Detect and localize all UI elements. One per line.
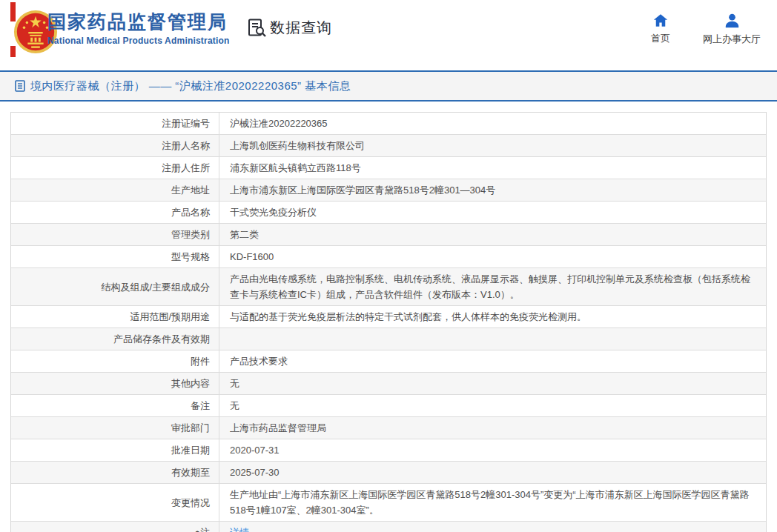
row-value: 2020-07-31 [219, 439, 766, 461]
row-value: 上海市药品监督管理局 [219, 417, 766, 439]
row-value: 产品由光电传感系统，电路控制系统、电机传动系统、液晶屏显示器、触摸屏、打印机控制… [219, 268, 766, 305]
table-row: ●注详情 [11, 522, 766, 532]
info-table: 注册证编号沪械注准20202220365注册人名称上海凯创医药生物科技有限公司注… [10, 112, 767, 532]
row-value: 详情 [219, 522, 766, 532]
table-row: 变更情况生产地址由“上海市浦东新区上海国际医学园区青黛路518号2幢301-30… [11, 484, 766, 522]
nav-item-service-hall[interactable]: 网上办事大厅 [703, 13, 761, 46]
row-value: 无 [219, 395, 766, 416]
table-row: 批准日期2020-07-31 [11, 439, 766, 462]
site-header: 国家药品监督管理局 National Medical Products Admi… [0, 0, 777, 70]
user-icon [724, 13, 740, 28]
row-value: KD-F1600 [219, 246, 766, 267]
row-label: 产品储存条件及有效期 [11, 328, 219, 350]
row-label: 备注 [11, 395, 219, 416]
spacer [0, 102, 777, 112]
table-row: 备注无 [11, 395, 766, 417]
document-icon [15, 80, 25, 92]
row-label: 批准日期 [11, 439, 219, 461]
row-label: 审批部门 [11, 417, 219, 439]
row-label: ●注 [11, 522, 219, 532]
detail-link[interactable]: 详情 [230, 525, 249, 532]
row-label: 附件 [11, 350, 219, 372]
nav-label: 网上办事大厅 [703, 33, 761, 46]
nav-item-home[interactable]: 首页 [651, 13, 670, 46]
row-label: 适用范围/预期用途 [11, 306, 219, 327]
row-value: 第二类 [219, 224, 766, 245]
table-row: 附件产品技术要求 [11, 350, 766, 373]
home-icon [653, 13, 668, 27]
row-value: 2025-07-30 [219, 462, 766, 483]
row-label: 有效期至 [11, 462, 219, 483]
breadcrumb: 境内医疗器械（注册） —— “沪械注准20202220365” 基本信息 [30, 79, 351, 93]
table-row: 产品名称干式荧光免疫分析仪 [11, 202, 766, 224]
table-row: 管理类别第二类 [11, 224, 766, 246]
table-row: 其他内容无 [11, 373, 766, 395]
row-value [219, 328, 766, 350]
data-query-section: 数据查询 [247, 18, 332, 38]
document-search-icon [247, 18, 267, 38]
row-label: 管理类别 [11, 224, 219, 245]
table-row: 审批部门上海市药品监督管理局 [11, 417, 766, 439]
table-row: 注册人名称上海凯创医药生物科技有限公司 [11, 135, 766, 157]
section-title: 数据查询 [270, 18, 332, 38]
row-label: 结构及组成/主要组成成分 [11, 268, 219, 305]
nav-label: 首页 [651, 32, 670, 45]
row-value: 产品技术要求 [219, 350, 766, 372]
table-row: 产品储存条件及有效期 [11, 328, 766, 350]
org-name-cn: 国家药品监督管理局 [47, 10, 230, 33]
row-label: 产品名称 [11, 202, 219, 223]
row-label: 变更情况 [11, 484, 219, 521]
row-value: 上海市浦东新区上海国际医学园区青黛路518号2幢301—304号 [219, 179, 766, 201]
row-value: 干式荧光免疫分析仪 [219, 202, 766, 223]
row-value: 浦东新区航头镇鹤立西路118号 [219, 157, 766, 179]
org-title-block: 国家药品监督管理局 National Medical Products Admi… [47, 10, 230, 46]
table-row: 结构及组成/主要组成成分产品由光电传感系统，电路控制系统、电机传动系统、液晶屏显… [11, 268, 766, 306]
table-row: 型号规格KD-F1600 [11, 246, 766, 268]
row-value: 无 [219, 373, 766, 394]
table-row: 注册人住所浦东新区航头镇鹤立西路118号 [11, 157, 766, 179]
row-label: 生产地址 [11, 179, 219, 201]
row-value: 生产地址由“上海市浦东新区上海国际医学园区青黛路518号2幢301-304号”变… [219, 484, 766, 521]
org-name-en: National Medical Products Administration [47, 36, 230, 46]
row-value: 上海凯创医药生物科技有限公司 [219, 135, 766, 156]
header-nav: 首页 网上办事大厅 [651, 13, 761, 46]
row-label: 其他内容 [11, 373, 219, 394]
table-row: 适用范围/预期用途与适配的基于荧光免疫层析法的特定干式试剂配套，供人体样本的免疫… [11, 306, 766, 328]
breadcrumb-bar: 境内医疗器械（注册） —— “沪械注准20202220365” 基本信息 [0, 72, 777, 100]
main-content: 注册证编号沪械注准20202220365注册人名称上海凯创医药生物科技有限公司注… [0, 112, 777, 532]
row-value: 沪械注准20202220365 [219, 113, 766, 134]
table-row: 注册证编号沪械注准20202220365 [11, 113, 766, 135]
row-label: 注册人名称 [11, 135, 219, 156]
row-label: 注册人住所 [11, 157, 219, 179]
table-row: 有效期至2025-07-30 [11, 462, 766, 484]
row-label: 注册证编号 [11, 113, 219, 134]
table-row: 生产地址上海市浦东新区上海国际医学园区青黛路518号2幢301—304号 [11, 179, 766, 202]
row-value: 与适配的基于荧光免疫层析法的特定干式试剂配套，供人体样本的免疫荧光检测用。 [219, 306, 766, 327]
row-label: 型号规格 [11, 246, 219, 267]
